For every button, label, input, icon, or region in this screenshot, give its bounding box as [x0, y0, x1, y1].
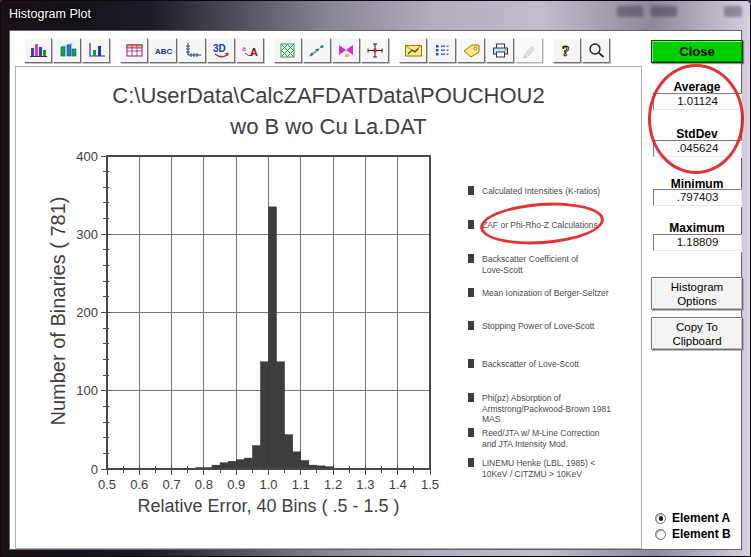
svg-text:?: ?: [562, 43, 570, 59]
legend-item: Calculated Intensities (K-ratios): [468, 186, 644, 197]
svg-text:400: 400: [76, 149, 98, 164]
svg-text:3D: 3D: [213, 43, 226, 54]
toolbar-bar-chart-3d-button[interactable]: [53, 38, 81, 63]
legend-item-label: Backscatter of Love-Scott: [482, 359, 644, 370]
minimize-button[interactable]: [617, 6, 643, 17]
crosshair-icon: [366, 42, 385, 59]
toolbar-group: ?: [553, 38, 611, 63]
export-image-icon: [404, 42, 423, 59]
annotation-ellipse-stats: [648, 64, 744, 174]
bar-chart-icon: [29, 42, 48, 59]
label-tag-icon: [462, 42, 481, 59]
rotate-3d-icon: 3D: [212, 42, 231, 59]
svg-text:0.5: 0.5: [98, 477, 116, 492]
chart-title: C:\UserData\CalcZAFDATData\POUCHOU2 wo B…: [16, 80, 641, 142]
toolbar-plot-symbols-button[interactable]: [332, 38, 360, 63]
annotation-ellipse-legend: [479, 199, 606, 249]
curve-fit-icon: [308, 42, 327, 59]
edit-pencil-icon: [520, 42, 539, 59]
histogram-plot-window: Histogram Plot ABC3DaA? C:\UserData\Calc…: [0, 0, 751, 557]
legend-marker-icon: [468, 458, 474, 467]
histogram-options-button[interactable]: Histogram Options: [651, 277, 743, 310]
legend-marker-icon: [468, 220, 474, 229]
axis-scale-icon: [183, 42, 202, 59]
plot-symbols-icon: [337, 42, 356, 59]
toolbar-data-table-button[interactable]: [120, 38, 148, 63]
svg-text:a: a: [242, 43, 246, 53]
help-icon: ?: [558, 42, 577, 59]
legend-item-label: Mean Ionization of Berger-Seltzer: [482, 288, 644, 299]
svg-text:0.7: 0.7: [163, 477, 181, 492]
window-title: Histogram Plot: [9, 7, 91, 21]
legend-item-label: Backscatter Coefficient of Love-Scott: [482, 254, 644, 275]
maximum-label: Maximum: [651, 221, 743, 235]
bar-chart-values-icon: [87, 42, 106, 59]
toolbar-crosshair-button[interactable]: [361, 38, 389, 63]
toolbar-group: [399, 38, 544, 63]
legend-item-label: Calculated Intensities (K-ratios): [482, 186, 644, 197]
legend-item-label: LINEMU Henke (LBL, 1985) < 10KeV / CITZM…: [482, 458, 644, 479]
legend-item-label: Stopping Power of Love-Scott: [482, 321, 644, 332]
chart-title-line1: C:\UserData\CalcZAFDATData\POUCHOU2: [16, 80, 641, 111]
toolbar-export-image-button[interactable]: [399, 38, 427, 63]
svg-text:0.8: 0.8: [195, 477, 213, 492]
toolbar-edit-pencil-button: [515, 38, 543, 63]
close-button[interactable]: Close: [651, 40, 743, 63]
radio-element-b[interactable]: Element B: [655, 527, 731, 541]
legend-marker-icon: [468, 186, 474, 195]
toolbar-group: [24, 38, 111, 63]
maximum-value: 1.18809: [653, 234, 742, 251]
copy-to-clipboard-button[interactable]: Copy To Clipboard: [651, 317, 743, 350]
minimum-value: .797403: [653, 189, 742, 206]
svg-text:1.5: 1.5: [421, 477, 439, 492]
close-window-button[interactable]: [724, 6, 742, 17]
svg-text:0.9: 0.9: [227, 477, 245, 492]
svg-text:200: 200: [76, 305, 98, 320]
legend-marker-icon: [468, 428, 474, 437]
svg-text:ABC: ABC: [155, 47, 173, 56]
toolbar-group: [274, 38, 390, 63]
print-icon: [491, 42, 510, 59]
legend-marker-icon: [468, 393, 474, 402]
legend-item: Reed/JTA w/ M-Line Correction and JTA In…: [468, 428, 644, 449]
histogram-plot: 0.50.60.70.80.91.01.11.21.31.41.50100200…: [66, 147, 446, 507]
legend-item: LINEMU Henke (LBL, 1985) < 10KeV / CITZM…: [468, 458, 644, 479]
toolbar-fill-pattern-button[interactable]: [274, 38, 302, 63]
legend-item: Backscatter of Love-Scott: [468, 359, 644, 370]
legend-item-label: Phi(pz) Absorption of Armstrong/Packwood…: [482, 393, 644, 425]
toolbar-axis-scale-button[interactable]: [178, 38, 206, 63]
text-labels-icon: ABC: [154, 42, 173, 59]
bar-chart-3d-icon: [58, 42, 77, 59]
maximize-button[interactable]: [651, 6, 677, 17]
svg-text:100: 100: [76, 383, 98, 398]
fill-pattern-icon: [279, 42, 298, 59]
zoom-icon: [587, 42, 606, 59]
legend-item: Stopping Power of Love-Scott: [468, 321, 644, 332]
toolbar-help-button[interactable]: ?: [553, 38, 581, 63]
toolbar-outline-view-button[interactable]: [428, 38, 456, 63]
toolbar-group: ABC3DaA: [120, 38, 265, 63]
toolbar-zoom-button[interactable]: [582, 38, 610, 63]
chart-title-line2: wo B wo Cu La.DAT: [16, 111, 641, 142]
titlebar[interactable]: Histogram Plot: [0, 0, 751, 30]
client-area: ABC3DaA? C:\UserData\CalcZAFDATData\POUC…: [9, 30, 742, 550]
toolbar-bar-chart-values-button[interactable]: [82, 38, 110, 63]
toolbar-rotate-text-button[interactable]: aA: [236, 38, 264, 63]
toolbar-print-button[interactable]: [486, 38, 514, 63]
radio-element-a[interactable]: Element A: [655, 511, 730, 525]
svg-text:A: A: [250, 46, 258, 58]
radio-element-b-circle[interactable]: [655, 529, 666, 540]
toolbar-bar-chart-button[interactable]: [24, 38, 52, 63]
rotate-text-icon: aA: [241, 42, 260, 59]
legend-marker-icon: [468, 359, 474, 368]
svg-text:0.6: 0.6: [130, 477, 148, 492]
toolbar-rotate-3d-button[interactable]: 3D: [207, 38, 235, 63]
data-table-icon: [125, 42, 144, 59]
svg-text:1.0: 1.0: [259, 477, 277, 492]
toolbar-curve-fit-button[interactable]: [303, 38, 331, 63]
toolbar-label-tag-button[interactable]: [457, 38, 485, 63]
outline-view-icon: [433, 42, 452, 59]
toolbar-text-labels-button[interactable]: ABC: [149, 38, 177, 63]
toolbar: ABC3DaA?: [24, 38, 620, 63]
radio-element-a-circle[interactable]: [655, 513, 666, 524]
